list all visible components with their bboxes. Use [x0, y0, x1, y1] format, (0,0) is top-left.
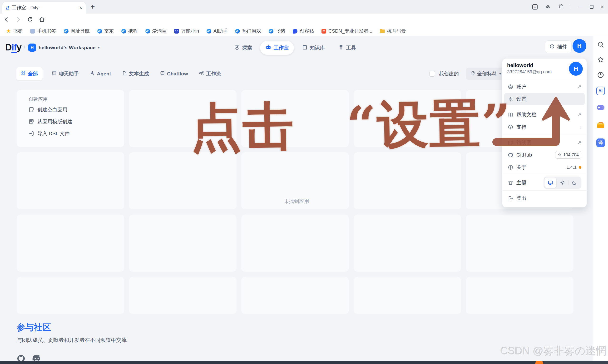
logo-d: D — [5, 42, 12, 52]
version-number: 1.4.1 — [567, 165, 577, 170]
favorites-star-icon[interactable] — [597, 56, 604, 63]
tag-icon — [470, 71, 475, 77]
workspace-switcher[interactable]: H helloworld's Workspace ▾ — [28, 43, 100, 52]
cube-icon — [549, 44, 555, 50]
filter-tab-label: 聊天助手 — [59, 70, 79, 77]
bookmark-item[interactable]: 热门游戏 — [235, 28, 261, 34]
menu-item-label: 关于 — [516, 164, 526, 170]
search-icon[interactable] — [597, 41, 604, 48]
bookmark-item[interactable]: 携程 — [121, 28, 138, 34]
theme-light-button[interactable] — [556, 178, 568, 188]
nav-explore[interactable]: 探索 — [229, 41, 257, 55]
app-card-placeholder — [466, 215, 573, 272]
menu-item-help-docs[interactable]: 帮助文档 ↗ — [504, 108, 585, 121]
nav-tools[interactable]: 工具 — [333, 41, 361, 55]
browser-toolbar: 不安全 124.70.77.240/apps 3 ··· — [0, 13, 608, 26]
tag-filter-dropdown[interactable]: 全部标签 ▾ — [466, 67, 505, 80]
tab-close-icon[interactable]: × — [79, 5, 82, 11]
minimize-icon[interactable] — [578, 7, 582, 7]
dify-logo: Dify — [5, 42, 21, 52]
bookmark-item[interactable]: 网址导航 — [64, 28, 90, 34]
games-gamepad-icon[interactable] — [596, 103, 605, 113]
new-tab-button[interactable]: + — [91, 2, 95, 11]
community-subtitle: 与团队成员、贡献者和开发者在不同频道中交流 — [17, 337, 127, 344]
tab-all[interactable]: 全部 — [16, 67, 43, 80]
nav-label: 探索 — [242, 44, 252, 51]
window-controls: 1 × — [532, 0, 604, 13]
tab-title: 工作室 - Dify — [12, 4, 39, 11]
nav-label: 工具 — [346, 44, 356, 51]
created-by-me-checkbox[interactable] — [429, 71, 435, 77]
bookmark-item[interactable]: 万能小in — [174, 28, 199, 34]
created-by-me-label[interactable]: 我创建的 — [439, 70, 459, 77]
tab-text-generation[interactable]: 文本生成 — [120, 67, 151, 80]
bookmark-item[interactable]: ★书签 — [6, 28, 23, 34]
browser-tab[interactable]: if 工作室 - Dify × — [2, 2, 86, 13]
create-from-template-button[interactable]: 从应用模版创建 — [28, 116, 119, 128]
bookmark-item[interactable]: AI助手 — [207, 28, 228, 34]
version-info: 1.4.1 — [567, 165, 581, 170]
bookmark-item[interactable]: 飞猪 — [269, 28, 285, 34]
community-title[interactable]: 参与社区 — [17, 322, 127, 333]
menu-item-about[interactable]: 关于 1.4.1 — [504, 161, 585, 173]
menu-item-github[interactable]: GitHub ☆104,704 — [504, 149, 585, 161]
tab-count-icon[interactable]: 1 — [532, 4, 538, 10]
logo-if: if — [12, 42, 16, 53]
bookmark-label: 万能小in — [181, 28, 199, 34]
theme-skin-icon[interactable] — [558, 4, 564, 10]
tab-chat-assistant[interactable]: 聊天助手 — [50, 67, 81, 80]
bookmark-label: 杭哥码云 — [387, 28, 406, 34]
bookmark-item[interactable]: 创客贴 — [293, 28, 314, 34]
translate-icon[interactable]: 译 — [596, 139, 605, 147]
menu-item-label: 登出 — [516, 195, 526, 202]
bookmark-label: 创客贴 — [300, 28, 314, 34]
close-window-icon[interactable]: × — [601, 4, 604, 9]
bookmark-label: 爱淘宝 — [152, 28, 167, 34]
hammer-icon — [338, 44, 344, 52]
menu-item-settings[interactable]: 设置 — [504, 93, 585, 105]
bookmark-item[interactable]: 京东 — [97, 28, 114, 34]
briefcase-icon[interactable] — [596, 121, 605, 130]
tab-chatflow[interactable]: Chatflow — [158, 67, 190, 80]
bookmark-item[interactable]: 爱淘宝 — [145, 28, 167, 34]
menu-item-roadmap[interactable]: 路线图 ↗ — [504, 136, 585, 149]
bookmark-label: 京东 — [104, 28, 114, 34]
nav-studio[interactable]: 工作室 — [260, 41, 294, 55]
bookmark-item[interactable]: 杭哥码云 — [380, 28, 406, 34]
chatflow-icon — [160, 71, 165, 77]
menu-item-label: 帮助文档 — [516, 111, 536, 118]
nav-knowledge[interactable]: 知识库 — [297, 41, 330, 55]
browser-side-panel: AI 译 — [593, 36, 608, 361]
bookmark-item[interactable]: 手机书签 — [30, 28, 56, 34]
bird-logo-icon — [293, 29, 298, 34]
incognito-icon[interactable] — [545, 3, 551, 11]
help-circle-icon — [508, 124, 513, 130]
reload-icon[interactable] — [27, 16, 33, 23]
app-card-placeholder — [17, 277, 124, 314]
tab-workflow[interactable]: 工作流 — [197, 67, 223, 80]
menu-item-support[interactable]: 支持 › — [504, 121, 585, 133]
theme-system-button[interactable] — [544, 178, 556, 188]
menu-item-account[interactable]: 账户 ↗ — [504, 80, 585, 93]
back-icon[interactable] — [3, 16, 10, 24]
maximize-icon[interactable] — [590, 5, 594, 9]
user-avatar-button[interactable]: H — [572, 39, 586, 53]
bookmark-item[interactable]: CCSDN_专业开发者... — [322, 28, 372, 34]
filter-tab-label: Agent — [97, 71, 111, 77]
swirl-site-icon — [269, 29, 273, 34]
menu-item-label: 支持 — [516, 124, 526, 130]
book-open-icon — [508, 112, 513, 117]
plugins-button[interactable]: 插件 — [545, 40, 572, 53]
nav-buttons — [3, 13, 45, 26]
create-blank-app-button[interactable]: 创建空白应用 — [28, 104, 119, 116]
menu-item-logout[interactable]: 登出 — [504, 192, 585, 204]
csdn-logo-icon: C — [322, 29, 326, 34]
forward-icon[interactable] — [15, 16, 21, 24]
home-icon[interactable] — [39, 16, 45, 24]
tab-agent[interactable]: Agent — [88, 67, 113, 80]
theme-dark-button[interactable] — [569, 178, 580, 188]
ai-assistant-icon[interactable]: AI — [596, 87, 605, 95]
main-nav: 探索 工作室 知识库 工具 — [229, 41, 361, 55]
history-clock-icon[interactable] — [597, 71, 604, 78]
import-dsl-button[interactable]: 导入 DSL 文件 — [28, 128, 119, 139]
